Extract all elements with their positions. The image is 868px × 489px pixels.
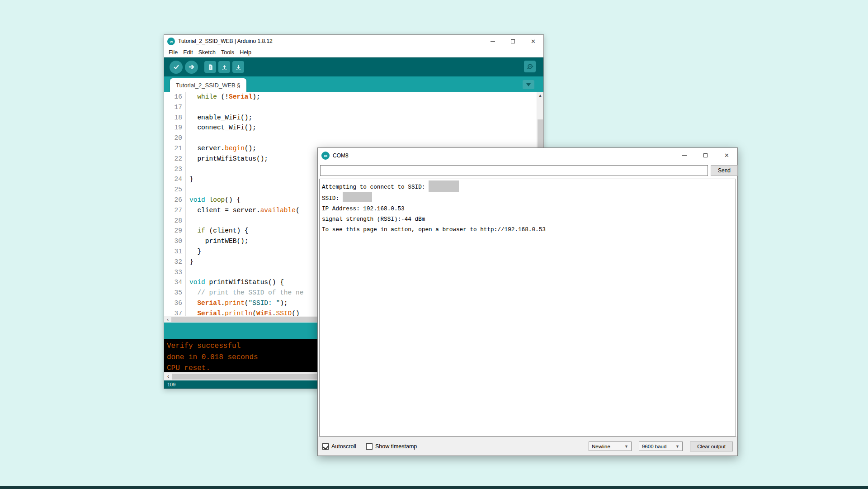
line-number: 33 (164, 267, 186, 278)
upload-button[interactable] (185, 61, 198, 74)
taskbar-strip (0, 486, 868, 489)
line-number: 19 (164, 123, 186, 133)
code-text (186, 216, 189, 226)
scroll-left-icon[interactable]: ‹ (164, 373, 172, 380)
minimize-icon (491, 41, 495, 42)
ide-close-button[interactable]: ✕ (523, 35, 543, 47)
arduino-logo-icon: ∞ (321, 152, 330, 160)
tab-tutorial-2-ssid-web[interactable]: Tutorial_2_SSID_WEB § (170, 78, 246, 92)
chevron-down-icon: ▼ (675, 444, 679, 449)
line-number: 22 (164, 154, 186, 164)
autoscroll-option[interactable]: Autoscroll (322, 443, 356, 450)
autoscroll-checkbox[interactable] (322, 443, 329, 450)
close-icon: ✕ (724, 152, 729, 158)
code-text: connect_WiFi(); (186, 123, 256, 133)
code-text (186, 102, 189, 113)
board-status-value: 109 (164, 382, 175, 387)
line-number: 32 (164, 257, 186, 267)
code-line: 16 while (!Serial); (164, 92, 537, 102)
serial-close-button[interactable]: ✕ (716, 148, 737, 163)
show-timestamp-label: Show timestamp (375, 443, 417, 450)
baud-rate-select[interactable]: 9600 baud ▼ (639, 442, 683, 451)
menu-sketch[interactable]: Sketch (196, 49, 218, 56)
line-number: 16 (164, 92, 186, 102)
minimize-icon (682, 155, 687, 156)
show-timestamp-option[interactable]: Show timestamp (366, 443, 417, 450)
serial-monitor-window: ∞ COM8 ✕ Send Attempting to connect to S… (317, 147, 738, 456)
desktop: ∞ Tutorial_2_SSID_WEB | Arduino 1.8.12 ✕… (0, 0, 868, 489)
code-text: printWEB(); (186, 236, 249, 247)
line-number: 28 (164, 216, 186, 226)
line-number: 17 (164, 102, 186, 113)
ide-window-title: Tutorial_2_SSID_WEB | Arduino 1.8.12 (178, 38, 273, 44)
code-line: 19 connect_WiFi(); (164, 123, 537, 133)
line-number: 24 (164, 174, 186, 185)
code-text: } (186, 247, 201, 257)
scroll-left-icon[interactable]: ‹ (164, 316, 171, 323)
code-text: enable_WiFi(); (186, 113, 252, 123)
magnifier-icon (526, 63, 534, 71)
line-number: 36 (164, 298, 186, 309)
code-text: printWifiStatus(); (186, 154, 268, 164)
menu-edit[interactable]: Edit (180, 49, 196, 56)
line-number: 21 (164, 143, 186, 154)
menu-tools[interactable]: Tools (218, 49, 237, 56)
serial-maximize-button[interactable] (695, 148, 716, 163)
redacted-ssid-box (343, 192, 372, 202)
serial-monitor-button[interactable] (524, 61, 536, 72)
code-line: 17 (164, 102, 537, 113)
serial-output-line: SSID: (322, 192, 733, 204)
line-number: 25 (164, 185, 186, 195)
tab-list-dropdown-button[interactable] (523, 80, 534, 89)
code-text (186, 164, 189, 175)
verify-button[interactable] (170, 61, 183, 74)
ide-titlebar[interactable]: ∞ Tutorial_2_SSID_WEB | Arduino 1.8.12 ✕ (164, 35, 543, 47)
ide-minimize-button[interactable] (482, 35, 503, 47)
maximize-icon (511, 39, 515, 43)
menu-help[interactable]: Help (237, 49, 254, 56)
serial-output-area: Attempting to connect to SSID: SSID: IP … (319, 179, 736, 437)
code-text: while (!Serial); (186, 92, 260, 102)
serial-bottombar: Autoscroll Show timestamp Newline ▼ 9600… (318, 437, 737, 456)
line-number: 30 (164, 236, 186, 247)
chevron-down-icon (526, 83, 531, 86)
menu-file[interactable]: File (166, 49, 180, 56)
ide-tabbar: Tutorial_2_SSID_WEB § (164, 76, 543, 92)
serial-titlebar[interactable]: ∞ COM8 ✕ (318, 148, 737, 163)
serial-window-title: COM8 (333, 152, 349, 159)
code-text (186, 267, 189, 278)
serial-minimize-button[interactable] (674, 148, 695, 163)
serial-output-line: signal strength (RSSI):-44 dBm (322, 214, 733, 224)
code-text: server.begin(); (186, 143, 256, 154)
save-button[interactable] (232, 61, 244, 73)
line-number: 27 (164, 205, 186, 216)
line-ending-select[interactable]: Newline ▼ (589, 442, 632, 451)
serial-send-input[interactable] (320, 165, 708, 176)
new-sketch-button[interactable] (204, 61, 216, 73)
line-number: 23 (164, 164, 186, 175)
line-number: 34 (164, 277, 186, 288)
line-number: 37 (164, 309, 186, 316)
code-text: Serial.print("SSID: "); (186, 298, 288, 309)
arduino-logo-icon: ∞ (167, 38, 175, 45)
ide-menubar: FileEditSketchToolsHelp (164, 47, 543, 57)
line-ending-value: Newline (592, 444, 610, 449)
code-text (186, 133, 189, 143)
scroll-up-icon[interactable]: ▲ (537, 92, 543, 99)
baud-rate-value: 9600 baud (642, 444, 666, 449)
autoscroll-label: Autoscroll (331, 443, 356, 450)
code-text: if (client) { (186, 226, 249, 236)
code-text: client = server.available( (186, 205, 300, 216)
ide-maximize-button[interactable] (503, 35, 523, 47)
check-icon (173, 63, 180, 71)
code-line: 18 enable_WiFi(); (164, 113, 537, 123)
clear-output-button[interactable]: Clear output (690, 442, 733, 451)
ide-toolbar (164, 57, 543, 76)
show-timestamp-checkbox[interactable] (366, 443, 373, 450)
open-button[interactable] (218, 61, 230, 73)
send-button[interactable]: Send (711, 165, 738, 176)
line-number: 29 (164, 226, 186, 236)
serial-output-line: To see this page in action, open a brows… (322, 224, 733, 235)
code-text (186, 185, 189, 195)
code-text: } (186, 174, 193, 185)
